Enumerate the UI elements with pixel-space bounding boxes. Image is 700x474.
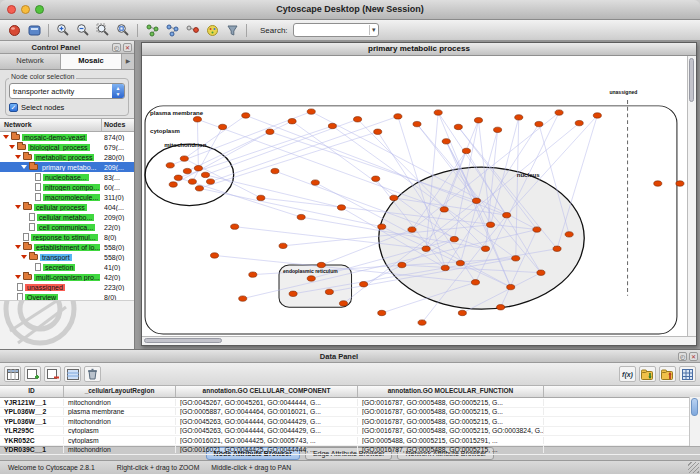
network-node[interactable]	[188, 179, 196, 184]
expander-icon[interactable]	[3, 135, 9, 139]
network-node[interactable]	[180, 156, 188, 161]
column-header[interactable]: annotation.GO MOLECULAR_FUNCTION	[358, 386, 544, 397]
network-node[interactable]	[503, 212, 511, 217]
network-node[interactable]	[494, 127, 502, 132]
network-node[interactable]	[239, 296, 247, 301]
tree-row[interactable]: macromolecule...311(0)	[0, 192, 134, 202]
tree-row[interactable]: secretion41(0)	[0, 262, 134, 272]
tree-row[interactable]: metabolic process280(0)	[0, 152, 134, 162]
tree-row[interactable]: Overview8(0)	[0, 292, 134, 300]
network-node[interactable]	[462, 148, 470, 153]
tab-network[interactable]: Network	[0, 54, 61, 69]
network-node[interactable]	[418, 320, 426, 325]
network-node[interactable]	[422, 246, 430, 251]
network-node[interactable]	[169, 182, 177, 187]
window-titlebar[interactable]: Cytoscape Desktop (New Session)	[0, 0, 700, 20]
network-node[interactable]	[378, 224, 386, 229]
network-node[interactable]	[289, 291, 297, 296]
expander-icon[interactable]	[21, 165, 27, 169]
expander-icon[interactable]	[15, 155, 21, 159]
network-node[interactable]	[360, 282, 368, 287]
network-node[interactable]	[339, 301, 347, 306]
export-attributes-icon[interactable]	[659, 366, 676, 382]
network-node[interactable]	[472, 198, 480, 203]
network-node[interactable]	[183, 168, 191, 173]
float-panel-icon[interactable]: ◴	[112, 43, 121, 52]
network-node[interactable]	[271, 168, 279, 173]
network-node[interactable]	[512, 256, 520, 261]
search-input[interactable]: ▾	[293, 23, 379, 37]
network-node[interactable]	[654, 181, 662, 186]
network-node[interactable]	[372, 176, 380, 181]
tree-row[interactable]: response to stimul...8(0)	[0, 232, 134, 242]
network-node[interactable]	[398, 262, 406, 267]
tree-row[interactable]: primary metabo...209(...	[0, 162, 134, 172]
network-node[interactable]	[533, 227, 541, 232]
attribute-matrix-icon[interactable]	[679, 366, 696, 382]
network-node[interactable]	[408, 227, 416, 232]
select-all-attributes-icon[interactable]	[64, 366, 81, 382]
expander-icon[interactable]	[21, 255, 27, 259]
table-row[interactable]: YJR121W__1mitochondrion[GO:0045267, GO:0…	[0, 398, 700, 408]
network-icon[interactable]	[143, 22, 161, 39]
tree-row[interactable]: establishment of lo...558(0)	[0, 242, 134, 252]
network-node[interactable]	[441, 265, 449, 270]
node-highlight-icon[interactable]	[183, 22, 201, 39]
search-dropdown-icon[interactable]: ▾	[369, 25, 378, 35]
network-node[interactable]	[515, 115, 523, 120]
network-node[interactable]	[413, 121, 421, 126]
node-icon[interactable]	[5, 22, 23, 39]
network-node[interactable]	[311, 180, 319, 185]
network-selection-icon[interactable]	[163, 22, 181, 39]
table-vertical-scrollbar[interactable]	[689, 397, 700, 446]
network-node[interactable]	[266, 129, 274, 134]
tree-row[interactable]: cellular process404(...	[0, 202, 134, 212]
network-node[interactable]	[194, 166, 202, 171]
resize-grip[interactable]	[688, 462, 699, 473]
network-node[interactable]	[507, 284, 515, 289]
tree-row[interactable]: mosaic-demo-yeast874(0)	[0, 132, 134, 142]
column-header[interactable]: _cellularLayoutRegion	[64, 386, 176, 397]
funnel-icon[interactable]	[223, 22, 241, 39]
network-node[interactable]	[390, 195, 398, 200]
network-horizontal-scrollbar[interactable]	[142, 336, 696, 345]
network-node[interactable]	[193, 117, 201, 122]
network-node[interactable]	[440, 207, 448, 212]
vertical-scroll-thumb[interactable]	[689, 58, 694, 102]
zoom-in-icon[interactable]	[54, 22, 72, 39]
network-node[interactable]	[454, 124, 462, 129]
network-node[interactable]	[555, 110, 563, 115]
network-node[interactable]	[450, 236, 458, 241]
palette-icon[interactable]	[203, 22, 221, 39]
network-node[interactable]	[378, 310, 386, 315]
tree-row[interactable]: cell communica...22(0)	[0, 222, 134, 232]
tree-row[interactable]: nucleobase...83(...	[0, 172, 134, 182]
column-header[interactable]: ID	[0, 386, 64, 397]
table-row[interactable]: YPL036W__2plasma membrane[GO:0005887, GO…	[0, 408, 700, 418]
network-node[interactable]	[317, 262, 325, 267]
horizontal-scroll-thumb[interactable]	[144, 338, 222, 343]
network-node[interactable]	[257, 195, 265, 200]
table-row[interactable]: YLR295Ccytoplasm[GO:0045263, GO:0044444,…	[0, 427, 700, 437]
table-scroll-thumb[interactable]	[691, 398, 698, 416]
table-row[interactable]: YKR052Ccytoplasm[GO:0016021, GO:0044425,…	[0, 436, 700, 446]
network-vertical-scrollbar[interactable]	[687, 56, 696, 336]
network-node[interactable]	[471, 280, 479, 285]
network-node[interactable]	[211, 253, 219, 258]
network-node[interactable]	[307, 109, 315, 114]
dropdown-arrows-icon[interactable]: ▲▼	[112, 84, 124, 98]
trash-icon[interactable]	[84, 366, 101, 382]
tree-row[interactable]: transport558(0)	[0, 252, 134, 262]
network-node[interactable]	[354, 117, 362, 122]
network-node[interactable]	[474, 118, 482, 123]
network-node[interactable]	[249, 272, 257, 277]
network-node[interactable]	[374, 129, 382, 134]
table-row[interactable]: YPL036W__1mitochondrion[GO:0045263, GO:0…	[0, 417, 700, 427]
tree-row[interactable]: unassigned223(0)	[0, 282, 134, 292]
import-attributes-icon[interactable]	[639, 366, 656, 382]
network-node[interactable]	[553, 246, 561, 251]
network-node[interactable]	[231, 224, 239, 229]
network-node[interactable]	[328, 123, 336, 128]
network-node[interactable]	[593, 113, 601, 118]
network-node[interactable]	[325, 289, 333, 294]
